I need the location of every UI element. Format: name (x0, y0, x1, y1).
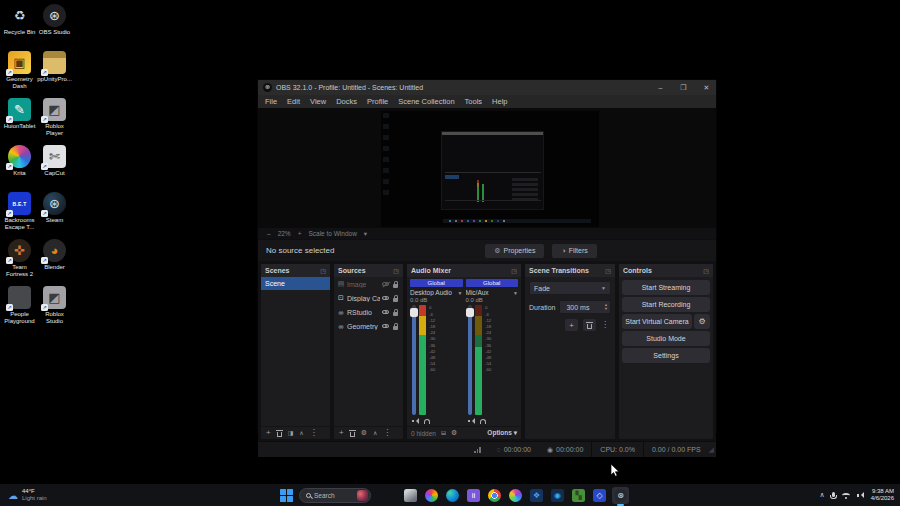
dropbox-icon[interactable]: ❖ (528, 487, 545, 504)
studio-mode-button[interactable]: Studio Mode (622, 331, 710, 346)
source-list-item[interactable]: ∞ RStudio (334, 305, 403, 319)
pin-icon[interactable]: ◳ (511, 267, 517, 274)
preview-canvas[interactable] (258, 108, 716, 228)
move-source-up-button[interactable]: ∧ (373, 429, 377, 437)
desktop-icon[interactable]: ⊛ ↗ OBS Studio (37, 4, 72, 51)
remove-scene-button[interactable] (277, 430, 282, 437)
menu-item[interactable]: View (310, 97, 326, 106)
visual-studio-icon[interactable]: ◇ (591, 487, 608, 504)
photos-icon[interactable] (423, 487, 440, 504)
add-scene-button[interactable]: + (266, 429, 271, 437)
source-list-item[interactable]: ⊡ Display Ca (334, 291, 403, 305)
source-properties-button[interactable]: ⚙ (361, 429, 367, 437)
desktop-icon[interactable]: ↗ ppUnityPro... (37, 51, 72, 98)
properties-button[interactable]: ⚙ Properties (485, 244, 544, 258)
clipchamp-icon[interactable] (507, 487, 524, 504)
volume-slider-handle[interactable] (410, 308, 418, 317)
hidden-icons-chevron[interactable]: ∧ (820, 491, 825, 499)
desktop-icon[interactable]: ▣ ↗ Geometry Dash (2, 51, 37, 98)
mixer-options-button[interactable]: Options ▾ (487, 429, 517, 437)
sources-menu-button[interactable]: ⋮ (383, 429, 391, 437)
remove-source-button[interactable] (350, 430, 355, 437)
visibility-eye-icon[interactable] (382, 310, 389, 315)
transition-select[interactable]: Fade ▼ (529, 281, 611, 295)
menu-item[interactable]: File (265, 97, 277, 106)
start-virtual-camera-button[interactable]: Start Virtual Camera (622, 314, 692, 329)
menu-item[interactable]: Profile (367, 97, 388, 106)
add-source-button[interactable]: + (339, 429, 344, 437)
scenes-menu-button[interactable]: ⋮ (310, 429, 318, 437)
move-scene-up-button[interactable]: ∧ (299, 429, 303, 437)
desktop-icon[interactable]: ⊛ ↗ Steam (37, 192, 72, 239)
task-view-icon[interactable] (402, 487, 419, 504)
lock-icon[interactable] (393, 284, 398, 288)
menu-item[interactable]: Tools (465, 97, 483, 106)
desktop-icon[interactable]: B.E.T ↗ Backrooms Escape T... (2, 192, 37, 239)
desktop-icon[interactable]: ◩ ↗ Roblox Player (37, 98, 72, 145)
pin-icon[interactable]: ◳ (393, 267, 399, 274)
virtual-camera-config-button[interactable]: ⚙ (694, 314, 710, 329)
desktop-icon[interactable]: ↗ People Playground (2, 286, 37, 333)
outlook-icon[interactable]: ◉ (549, 487, 566, 504)
obs-titlebar[interactable]: ⊛ OBS 32.1.0 - Profile: Untitled - Scene… (258, 80, 716, 95)
add-transition-button[interactable]: + (565, 319, 578, 331)
scene-list-item[interactable]: Scene (261, 277, 330, 290)
close-button[interactable]: ✕ (697, 80, 716, 95)
spinner-arrows-icon[interactable]: ▲▼ (604, 303, 608, 311)
chrome-icon[interactable] (486, 487, 503, 504)
visibility-eye-icon[interactable] (382, 296, 389, 301)
settings-button[interactable]: Settings (622, 348, 710, 363)
volume-slider[interactable] (412, 305, 416, 415)
desktop-icon[interactable]: ✎ ↗ HuionTablet (2, 98, 37, 145)
obs-studio-icon[interactable]: ⊛ (612, 487, 629, 504)
visibility-eye-icon[interactable] (382, 324, 389, 329)
lock-icon[interactable] (393, 326, 398, 330)
pin-icon[interactable]: ◳ (703, 267, 709, 274)
minecraft-icon[interactable]: ▚ (570, 487, 587, 504)
zoom-out-button[interactable]: – (267, 230, 271, 237)
source-list-item[interactable]: ∞ Geometry (334, 319, 403, 333)
speaker-icon[interactable] (412, 417, 419, 424)
chevron-down-icon[interactable]: ▾ (364, 230, 367, 238)
unhide-mixers-button[interactable]: ⊟ (441, 429, 446, 437)
microphone-icon[interactable] (832, 492, 835, 497)
volume-icon[interactable] (857, 492, 864, 499)
menu-item[interactable]: Edit (287, 97, 300, 106)
source-list-item[interactable]: ▤ Image (334, 277, 403, 291)
filters-button[interactable]: ◑ Filters (552, 244, 596, 258)
search-box[interactable] (299, 488, 371, 503)
people-icon[interactable]: ii (465, 487, 482, 504)
zoom-in-button[interactable]: + (298, 230, 302, 237)
speaker-icon[interactable] (468, 417, 475, 424)
volume-slider[interactable] (468, 305, 472, 415)
desktop-icon[interactable]: ♻ ↗ Recycle Bin (2, 4, 37, 51)
zoom-mode[interactable]: Scale to Window (308, 230, 356, 237)
desktop-icon[interactable]: ◩ ↗ Roblox Studio (37, 286, 72, 333)
duration-spinner[interactable]: 300 ms ▲▼ (559, 300, 611, 314)
volume-slider-handle[interactable] (466, 308, 474, 317)
start-streaming-button[interactable]: Start Streaming (622, 280, 710, 295)
remove-transition-button[interactable] (583, 319, 596, 331)
menu-item[interactable]: Scene Collection (398, 97, 454, 106)
edge-icon[interactable] (444, 487, 461, 504)
menu-item[interactable]: Help (492, 97, 507, 106)
start-button[interactable] (278, 487, 295, 504)
minimize-button[interactable]: – (651, 80, 670, 95)
mixer-config-button[interactable]: ⚙ (451, 429, 457, 437)
pin-icon[interactable]: ◳ (320, 267, 326, 274)
desktop-icon[interactable]: ↗ Krita (2, 145, 37, 192)
pin-icon[interactable]: ◳ (605, 267, 611, 274)
maximize-button[interactable]: ❒ (674, 80, 693, 95)
desktop-icon[interactable]: ◕ ↗ Blender (37, 239, 72, 286)
transition-menu-button[interactable]: ⋮ (601, 321, 609, 329)
tray-clock[interactable]: 9:38 AM 4/6/2026 (871, 488, 894, 502)
headphones-icon[interactable] (480, 419, 486, 424)
resize-grip[interactable]: ◢ (709, 446, 716, 454)
lock-icon[interactable] (393, 298, 398, 302)
start-recording-button[interactable]: Start Recording (622, 297, 710, 312)
scene-filters-button[interactable]: ◨ (288, 429, 294, 437)
wifi-icon[interactable] (842, 493, 850, 498)
desktop-icon[interactable]: ✜ ↗ Team Fortress 2 (2, 239, 37, 286)
lock-icon[interactable] (393, 312, 398, 316)
weather-widget[interactable]: ☁ 44°F Light rain (8, 488, 47, 502)
